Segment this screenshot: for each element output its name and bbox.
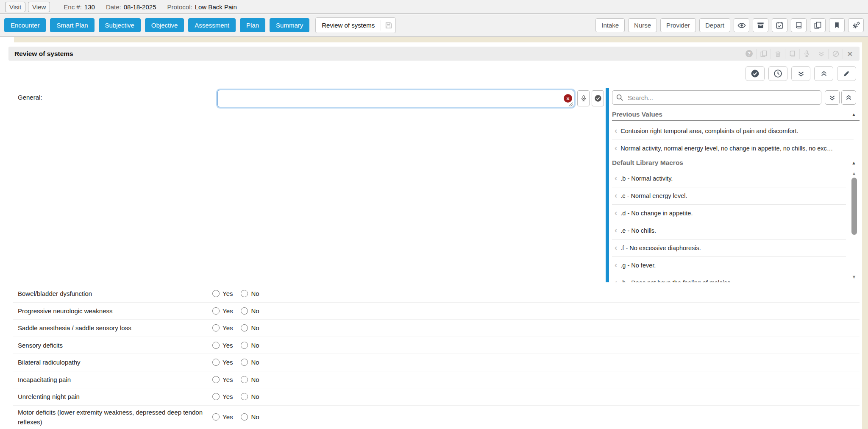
radio-button[interactable] [241, 413, 248, 421]
yes-option[interactable]: Yes [212, 342, 233, 349]
accept-field-button[interactable] [592, 90, 604, 106]
macro-item[interactable]: ‹ .d - No change in appetite. [612, 205, 846, 222]
collapse-triangle-icon: ▲ [851, 112, 856, 117]
archive-button[interactable] [753, 18, 768, 32]
macro-item[interactable]: ‹ .f - No excessive diaphoresis. [612, 240, 846, 257]
collapse-down-button[interactable] [791, 66, 810, 81]
radio-button[interactable] [241, 393, 248, 400]
cancel-button[interactable] [828, 49, 843, 59]
double-chevron-up-icon [845, 94, 852, 101]
radio-button[interactable] [212, 413, 220, 421]
history-button[interactable] [768, 66, 787, 81]
delete-button[interactable] [771, 49, 785, 59]
macro-item[interactable]: ‹ .h - Does not have the feeling of mala… [612, 274, 846, 282]
edit-button[interactable] [837, 66, 856, 81]
double-chevron-down-icon [797, 70, 805, 78]
radio-button[interactable] [212, 290, 220, 297]
calendar-button[interactable] [772, 18, 787, 32]
radio-button[interactable] [241, 359, 248, 366]
yes-option[interactable]: Yes [212, 413, 233, 421]
visit-button[interactable]: Visit [5, 2, 25, 12]
nav-tab[interactable]: Assessment [188, 18, 236, 32]
scroll-up-icon[interactable]: ▲ [851, 171, 857, 176]
expand-all-button[interactable] [814, 49, 828, 59]
copy-button[interactable] [810, 18, 826, 32]
question-row: Unrelenting night pain Yes No [13, 388, 860, 405]
no-option[interactable]: No [241, 324, 259, 332]
no-label: No [251, 413, 259, 421]
search-input[interactable] [612, 90, 821, 105]
no-option[interactable]: No [241, 393, 259, 400]
bookmark-button[interactable] [829, 18, 845, 32]
view-button[interactable]: View [28, 2, 50, 12]
resize-grip[interactable] [568, 102, 573, 107]
library-button[interactable] [791, 18, 807, 32]
eye-icon [737, 21, 746, 30]
no-option[interactable]: No [241, 359, 259, 366]
yes-option[interactable]: Yes [212, 376, 233, 383]
no-option[interactable]: No [241, 376, 259, 383]
macro-item[interactable]: ‹ .g - No fever. [612, 257, 846, 274]
dictate-field-button[interactable] [577, 90, 590, 106]
nav-tab[interactable]: Subjective [99, 18, 141, 32]
insert-chevron-icon: ‹ [615, 143, 617, 153]
yes-option[interactable]: Yes [212, 359, 233, 366]
tab-review-of-systems[interactable]: Review of systems [315, 17, 396, 33]
yes-option[interactable]: Yes [212, 307, 233, 315]
yes-option[interactable]: Yes [212, 324, 233, 332]
no-label: No [251, 393, 259, 400]
previous-value-text: Normal activity, normal energy level, no… [620, 145, 833, 152]
previous-values-title: Previous Values [612, 111, 662, 118]
close-button[interactable]: × [843, 49, 857, 59]
panel-collapse-button[interactable] [841, 90, 856, 105]
previous-value-item[interactable]: ‹ Contusion right temporal area, complai… [612, 123, 854, 139]
help-button[interactable]: ? [742, 49, 756, 59]
ban-icon [832, 50, 840, 58]
radio-button[interactable] [212, 376, 220, 383]
dictate-button[interactable] [799, 49, 814, 59]
nav-tab[interactable]: Smart Plan [50, 18, 94, 32]
macros-button[interactable] [785, 49, 799, 59]
yes-option[interactable]: Yes [212, 290, 233, 297]
macros-header[interactable]: Default Library Macros ▲ [612, 156, 860, 169]
stage-button[interactable]: Provider [660, 18, 696, 32]
radio-button[interactable] [241, 376, 248, 383]
radio-button[interactable] [241, 342, 248, 349]
eye-button[interactable] [734, 18, 749, 32]
general-input[interactable] [217, 90, 574, 107]
macro-item[interactable]: ‹ .c - Normal energy level. [612, 187, 846, 205]
panel-expand-button[interactable] [825, 90, 840, 105]
scroll-down-icon[interactable]: ▼ [851, 274, 857, 279]
previous-value-item[interactable]: ‹ Normal activity, normal energy level, … [612, 139, 854, 156]
stage-button[interactable]: Depart [699, 18, 730, 32]
nav-tab[interactable]: Summary [270, 18, 309, 32]
radio-button[interactable] [212, 342, 220, 349]
scrollbar-thumb[interactable] [851, 178, 857, 235]
no-option[interactable]: No [241, 290, 259, 297]
no-option[interactable]: No [241, 307, 259, 315]
stage-button[interactable]: Nurse [628, 18, 657, 32]
confirm-button[interactable] [746, 66, 765, 81]
copy-note-button[interactable] [756, 49, 771, 59]
check-circle-icon [751, 69, 760, 78]
nav-tab[interactable]: Objective [145, 18, 184, 32]
no-option[interactable]: No [241, 413, 259, 421]
clear-field-icon[interactable]: × [564, 94, 572, 103]
radio-button[interactable] [212, 324, 220, 332]
radio-button[interactable] [212, 359, 220, 366]
collapse-up-button[interactable] [814, 66, 833, 81]
nav-tab[interactable]: Encounter [4, 18, 46, 32]
settings-button[interactable] [848, 18, 864, 32]
previous-values-header[interactable]: Previous Values ▲ [612, 108, 860, 121]
radio-button[interactable] [241, 324, 248, 332]
no-option[interactable]: No [241, 342, 259, 349]
nav-tab[interactable]: Plan [240, 18, 265, 32]
radio-button[interactable] [212, 393, 220, 400]
yes-option[interactable]: Yes [212, 393, 233, 400]
macro-item[interactable]: ‹ .e - No chills. [612, 222, 846, 240]
stage-button[interactable]: Intake [595, 18, 625, 32]
radio-button[interactable] [241, 290, 248, 297]
macro-item[interactable]: ‹ .b - Normal activity. [612, 170, 846, 187]
radio-button[interactable] [212, 307, 220, 315]
radio-button[interactable] [241, 307, 248, 315]
